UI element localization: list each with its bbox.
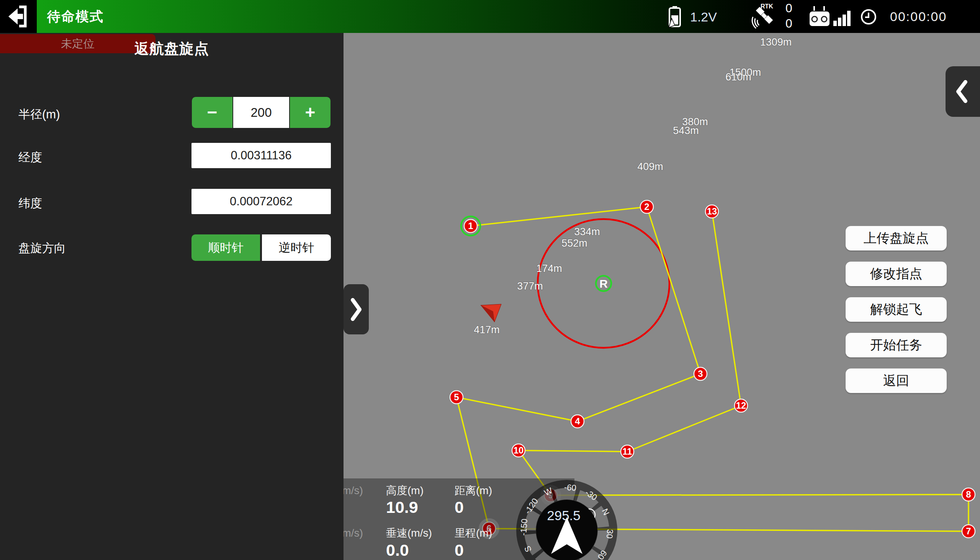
remote-controller-icon xyxy=(809,5,851,28)
waypoint-marker-3[interactable]: 3 xyxy=(694,367,707,380)
loiter-settings-panel: 未定位 返航盘旋点 半径(m) − + 经度 纬度 盘旋方向 顺时针 逆时针 xyxy=(0,33,343,560)
return-point-marker[interactable]: R xyxy=(596,276,611,291)
unlock-takeoff-button[interactable]: 解锁起飞 xyxy=(845,297,947,322)
waypoint-marker-2[interactable]: 2 xyxy=(640,200,653,213)
svg-text:4: 4 xyxy=(575,416,580,426)
modify-guided-point-button[interactable]: 修改指点 xyxy=(845,262,947,286)
ground-station-app: 123456789101112131309m1500m610m380m543m4… xyxy=(0,0,980,560)
waypoint-marker-4[interactable]: 4 xyxy=(571,415,584,428)
distance-label: 409m xyxy=(637,161,663,172)
telemetry-label: 高度(m) xyxy=(386,483,424,498)
svg-text:3: 3 xyxy=(698,368,703,379)
svg-text:5: 5 xyxy=(454,392,459,402)
svg-text:13: 13 xyxy=(707,206,717,217)
rtk-label: RTK xyxy=(760,3,773,10)
svg-text:10: 10 xyxy=(514,445,524,455)
telemetry-value: 0 xyxy=(454,541,464,560)
radius-decrease-button[interactable]: − xyxy=(192,97,233,128)
distance-label: 1309m xyxy=(760,37,792,48)
distance-label: 552m xyxy=(561,237,587,249)
longitude-input[interactable] xyxy=(191,143,331,168)
waypoint-marker-11[interactable]: 11 xyxy=(621,445,634,458)
distance-label: 610m xyxy=(725,71,751,83)
loiter-direction-label: 盘旋方向 xyxy=(18,240,66,256)
waypoint-marker-12[interactable]: 12 xyxy=(735,399,747,412)
back-button[interactable] xyxy=(0,0,37,33)
chevron-left-icon xyxy=(955,78,968,105)
clock-icon xyxy=(860,8,877,25)
svg-text:12: 12 xyxy=(736,400,746,411)
distance-label: 174m xyxy=(536,263,562,274)
telemetry-label: 里程(m) xyxy=(454,526,492,540)
radius-increase-button[interactable]: + xyxy=(290,97,331,128)
svg-text:R: R xyxy=(599,277,608,290)
start-mission-button[interactable]: 开始任务 xyxy=(845,333,947,357)
svg-text:11: 11 xyxy=(622,446,632,457)
telemetry-value: 10.9 xyxy=(386,498,418,517)
waypoint-marker-10[interactable]: 10 xyxy=(512,444,525,457)
waypoint-marker-1[interactable]: 1 xyxy=(461,217,480,235)
latitude-input[interactable] xyxy=(191,189,331,214)
mission-time: 00:00:00 xyxy=(890,9,947,24)
back-arrow-icon xyxy=(6,5,31,28)
panel-expand-button[interactable] xyxy=(343,284,369,334)
longitude-label: 经度 xyxy=(18,149,42,165)
battery-icon xyxy=(668,5,687,28)
return-button[interactable]: 返回 xyxy=(845,368,947,393)
waypoint-marker-13[interactable]: 13 xyxy=(705,205,719,218)
distance-label: 543m xyxy=(673,125,699,137)
radius-label: 半径(m) xyxy=(18,107,60,123)
waypoint-marker-8[interactable]: 8 xyxy=(962,488,975,501)
status-icons: 1.2V RTK 0 0 xyxy=(651,0,980,33)
sidebar-collapse-button[interactable] xyxy=(945,66,980,117)
compass: -60-30N3060S-150-120W H 295.5 xyxy=(511,475,622,560)
latitude-label: 纬度 xyxy=(18,195,42,212)
rtk-satellite-icon: RTK xyxy=(750,3,777,30)
battery-voltage: 1.2V xyxy=(690,10,717,25)
waypoint-marker-5[interactable]: 5 xyxy=(450,391,463,404)
counterclockwise-button[interactable]: 逆时针 xyxy=(262,234,331,261)
upload-loiter-point-button[interactable]: 上传盘旋点 xyxy=(845,226,947,250)
waypoint-marker-7[interactable]: 7 xyxy=(962,525,975,538)
distance-label: 417m xyxy=(474,324,500,335)
signal-bars-icon xyxy=(833,11,850,26)
radius-input[interactable] xyxy=(233,97,289,128)
drone-position-icon xyxy=(481,304,501,322)
top-status-bar: 待命模式 1.2V RTK 0 0 xyxy=(0,0,980,33)
distance-label: 377m xyxy=(517,280,543,292)
heading-value: 295.5 xyxy=(547,508,581,523)
telemetry-label: 垂速(m/s) xyxy=(386,526,432,540)
chevron-right-icon xyxy=(349,296,363,323)
telemetry-label: 距离(m) xyxy=(454,483,492,498)
rtk-satellite-counts: 0 0 xyxy=(781,0,797,31)
distance-label: 334m xyxy=(574,226,600,237)
telemetry-value: 0 xyxy=(454,498,464,517)
svg-text:7: 7 xyxy=(966,526,971,536)
clockwise-button[interactable]: 顺时针 xyxy=(191,234,260,261)
flight-mode-label: 待命模式 xyxy=(47,0,104,33)
radius-stepper: − + xyxy=(192,97,331,128)
svg-text:8: 8 xyxy=(966,489,971,500)
svg-text:2: 2 xyxy=(644,202,649,212)
svg-text:1: 1 xyxy=(468,221,473,231)
telemetry-value: 0.0 xyxy=(386,541,409,560)
panel-title: 返航盘旋点 xyxy=(0,39,343,58)
